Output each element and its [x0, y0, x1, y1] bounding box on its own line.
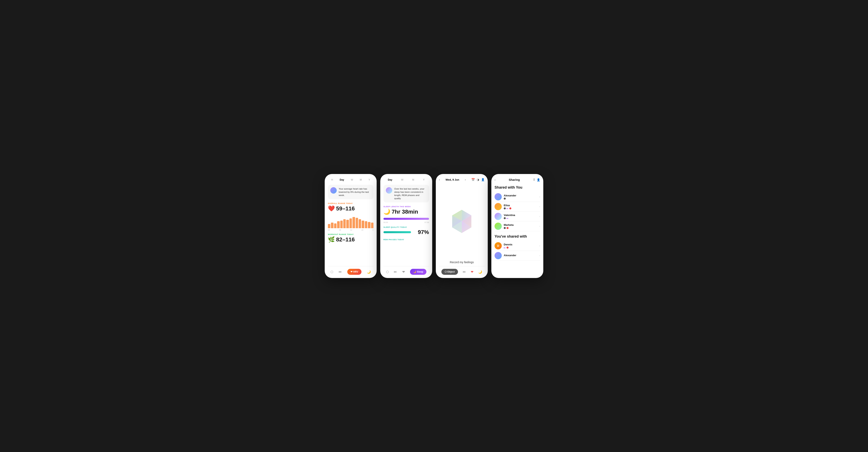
back-sharing[interactable]: ‹ [495, 178, 496, 181]
forward-icon-3[interactable]: › [465, 178, 466, 181]
dot-dark-3 [504, 217, 506, 219]
quality-bar [383, 231, 411, 233]
tab-y-1[interactable]: Y [368, 178, 371, 181]
nav-tabs-2: Day W M Y [383, 178, 429, 181]
tab-w-2[interactable]: W [400, 178, 404, 181]
tab-m-1[interactable]: M [359, 178, 363, 181]
x-label-0: 0 [372, 229, 373, 231]
screen-sharing: ‹ Sharing ⠿ 👤 Shared with You Alexander … [491, 174, 543, 278]
chart-x-labels: 00 06 12 18 0 [328, 229, 373, 231]
tab-w-1[interactable]: W [350, 178, 354, 181]
sharing-user-marketa[interactable]: Marketa › [495, 221, 540, 231]
x-label-06: 06 [339, 229, 341, 231]
grid-icon[interactable]: ⠿ [533, 178, 535, 181]
chevron-icon-4: › [539, 225, 540, 228]
chevron-icon-6: › [539, 254, 540, 257]
bar-chart-bars [328, 214, 373, 228]
sleep-quality-row: 97% [383, 229, 429, 235]
tab-m-2[interactable]: M [411, 178, 415, 181]
dot-red-4 [506, 227, 508, 229]
tab-y-2[interactable]: Y [422, 178, 426, 181]
heart-tab-3[interactable]: ❤ [471, 270, 473, 274]
chevron-icon-3: › [539, 215, 540, 218]
screens-container: H Day W M Y Your average heart rate has … [321, 166, 547, 286]
icon-music-valentina: ⏭ [506, 217, 508, 219]
user-icons-marketa [504, 227, 514, 229]
skip-tab-1[interactable]: ⏭ [339, 270, 342, 274]
dot-dark-1 [504, 198, 506, 200]
moon-icon-sleep: 🌙 [383, 208, 391, 215]
sharing-user-dennis[interactable]: D Dennis ⏭ › [495, 241, 540, 251]
display-icon[interactable]: ◑ [477, 178, 479, 181]
tab-day-1[interactable]: Day [339, 178, 345, 181]
icon-music-dennis: ⏭ [504, 247, 506, 249]
progress-end: 07:58 [425, 221, 429, 223]
hex-tab-1[interactable]: ⬡ [331, 270, 333, 274]
insight-avatar-2 [386, 187, 392, 194]
sleep-button[interactable]: 🌙 Sleep [410, 269, 426, 275]
dot-red-2 [509, 207, 511, 209]
bar-13 [368, 222, 370, 228]
bar-2 [334, 223, 337, 228]
sleep-quality-label: SLEEP QUALITY TODAY [383, 226, 429, 228]
screen-sleep: Day W M Y Over the last two weeks, your … [380, 174, 432, 278]
tab-day-2[interactable]: Day [387, 178, 393, 181]
chevron-icon-5: › [539, 245, 540, 247]
overall-range-label: OVERALL RANGE TODAY [328, 202, 373, 204]
quality-bar-wrap [383, 231, 416, 233]
sharing-user-alexander2[interactable]: Alexander › [495, 251, 540, 261]
sleep-progress-container [383, 218, 429, 220]
user-name-dennis: Dennis [504, 243, 512, 246]
quality-pct: 97% [418, 229, 429, 235]
tab-bar-1: ⬡ ⏭ ❤ HRV 🌙 [328, 266, 373, 275]
screen-object: ‹ Wed, 9 Jun › 📅 ◑ 👤 [436, 174, 488, 278]
bar-3 [337, 221, 340, 228]
tab-bar-2: ⬡ ⏭ ❤ 🌙 Sleep [383, 266, 429, 275]
insight-text-1: Your average heart rate has lowered by 8… [339, 187, 371, 197]
insight-text-2: Over the last two weeks, your sleep has … [394, 187, 427, 200]
sharing-user-alexander[interactable]: Alexander › [495, 192, 540, 202]
bar-0 [328, 224, 330, 228]
bar-1 [331, 223, 333, 228]
skip-tab-2[interactable]: ⏭ [394, 270, 397, 274]
progress-start: 00:05 [383, 221, 388, 223]
hrv-button[interactable]: ❤ HRV [347, 269, 361, 275]
bar-11 [362, 221, 364, 228]
you-shared-with-title: You've shared with [495, 234, 540, 238]
sharing-header: ‹ Sharing ⠿ 👤 [495, 178, 540, 181]
icon-music-elisa: ⏭ [506, 207, 508, 209]
user-icons-dennis: ⏭ [504, 247, 512, 249]
moon-tab-1[interactable]: 🌙 [367, 270, 371, 274]
avatar-valentina [495, 213, 502, 220]
back-icon-3[interactable]: ‹ [439, 178, 440, 181]
header-icons-3: 📅 ◑ 👤 [471, 178, 485, 181]
bar-5 [343, 219, 346, 228]
avatar-dennis: D [495, 242, 502, 249]
record-feelings-label: Record my feelings [439, 261, 485, 264]
heart-tab-2[interactable]: ❤ [402, 270, 405, 274]
hex-tab-2[interactable]: ⬡ [386, 270, 389, 274]
avatar-marketa [495, 223, 502, 230]
gem-shape [446, 206, 478, 238]
sharing-user-valentina[interactable]: Valentina ⏭ › [495, 211, 540, 221]
person-icon-sharing[interactable]: 👤 [537, 178, 540, 181]
skip-tab-3[interactable]: ⏭ [463, 270, 466, 274]
moon-tab-3[interactable]: 🌙 [478, 270, 482, 274]
x-label-18: 18 [361, 229, 363, 231]
tab-h[interactable]: H [331, 178, 334, 181]
person-icon[interactable]: 👤 [481, 178, 485, 181]
bar-7 [349, 218, 352, 228]
screen-heart-rate: H Day W M Y Your average heart rate has … [325, 174, 377, 278]
sharing-user-elisa[interactable]: Elisa ⏭ › [495, 202, 540, 211]
bar-6 [346, 220, 349, 228]
sleep-length-label: SLEEP LENGTH THIS WEEK [383, 206, 429, 207]
bar-12 [365, 221, 367, 228]
object-button[interactable]: ⬡ Object [441, 269, 458, 275]
heart-rate-chart: 00 06 12 18 0 [328, 214, 373, 231]
nav-tabs-1: H Day W M Y [328, 178, 373, 181]
tab-bar-3: ⬡ Object ⏭ ❤ 🌙 [439, 266, 485, 275]
user-name-marketa: Marketa [504, 223, 514, 226]
insight-card-2: Over the last two weeks, your sleep has … [383, 185, 429, 202]
calendar-icon[interactable]: 📅 [471, 178, 475, 181]
bar-8 [352, 217, 355, 228]
